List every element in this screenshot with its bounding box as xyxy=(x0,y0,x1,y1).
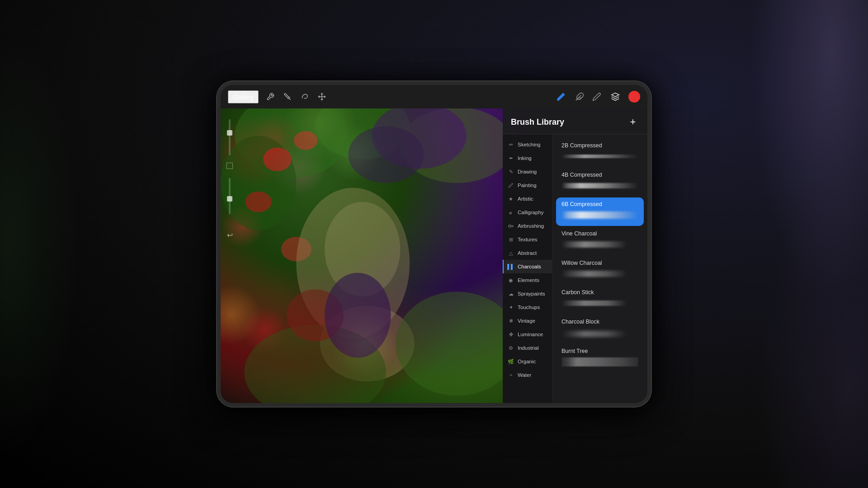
category-drawing[interactable]: ✎ Drawing xyxy=(503,165,552,178)
category-touchups[interactable]: ✦ Touchups xyxy=(503,300,552,314)
brush-6b-compressed[interactable]: 6B Compressed xyxy=(556,197,644,226)
category-industrial-label: Industrial xyxy=(518,345,539,351)
svg-point-10 xyxy=(263,148,292,171)
category-industrial[interactable]: ⚙ Industrial xyxy=(503,341,552,355)
left-panel: ↩ xyxy=(221,108,239,403)
bg-deco-right xyxy=(687,0,868,488)
brush-size-thumb[interactable] xyxy=(227,130,232,136)
brush-vine-charcoal[interactable]: Vine Charcoal xyxy=(556,227,644,255)
category-airbrushing[interactable]: Airbrushing xyxy=(503,219,552,233)
artwork-canvas[interactable] xyxy=(221,108,528,403)
brush-burnt-preview xyxy=(561,357,638,372)
brush-vine-preview xyxy=(561,239,638,252)
layers-button[interactable] xyxy=(609,91,622,103)
brush-charcoal-block[interactable]: Charcoal Block xyxy=(556,315,644,343)
brush-6b-preview xyxy=(561,210,638,222)
brush-carbon-name: Carbon Stick xyxy=(561,289,638,296)
checkbox-element[interactable] xyxy=(226,163,233,169)
category-spraypaints[interactable]: ☁ Spraypaints xyxy=(503,287,552,300)
category-inking[interactable]: ✒ Inking xyxy=(503,151,552,165)
water-icon: ≈ xyxy=(507,371,514,379)
brush-size-slider[interactable] xyxy=(229,119,231,155)
category-water[interactable]: ≈ Water xyxy=(503,368,552,382)
svg-line-2 xyxy=(290,99,291,100)
category-painting[interactable]: Painting xyxy=(503,178,552,192)
category-organic[interactable]: 🌿 Organic xyxy=(503,355,552,368)
category-drawing-label: Drawing xyxy=(518,169,537,174)
magic-icon[interactable] xyxy=(281,90,294,103)
move-icon[interactable] xyxy=(316,90,328,103)
svg-point-20 xyxy=(396,291,519,395)
add-brush-button[interactable]: + xyxy=(627,116,639,128)
brush-charcoal-block-preview xyxy=(561,327,638,340)
ipad-frame: Gallery xyxy=(217,81,651,407)
category-calligraphy[interactable]: 𝒂 Calligraphy xyxy=(503,206,552,219)
brush-carbon-preview xyxy=(561,298,638,310)
spraypaints-icon: ☁ xyxy=(507,290,514,297)
brush-library-body: ✏ Sketching ✒ Inking ✎ Drawing xyxy=(503,134,647,403)
category-inking-label: Inking xyxy=(518,155,532,161)
category-artistic-label: Artistic xyxy=(518,196,533,202)
brush-carbon-stick[interactable]: Carbon Stick xyxy=(556,286,644,314)
svg-point-22 xyxy=(325,273,391,358)
category-water-label: Water xyxy=(518,372,531,378)
undo-button[interactable]: ↩ xyxy=(223,229,236,241)
category-artistic[interactable]: ★ Artistic xyxy=(503,192,552,206)
color-picker[interactable] xyxy=(628,91,640,103)
category-sketching[interactable]: ✏ Sketching xyxy=(503,138,552,151)
category-sketching-label: Sketching xyxy=(518,142,541,147)
ipad-screen: Gallery xyxy=(221,85,647,403)
category-painting-label: Painting xyxy=(518,183,537,188)
toolbar-right xyxy=(554,90,640,103)
stroke-4b xyxy=(561,183,638,188)
category-abstract-label: Abstract xyxy=(518,250,537,256)
category-elements[interactable]: ◉ Elements xyxy=(503,273,552,287)
active-pencil-tool[interactable] xyxy=(554,90,568,103)
category-list: ✏ Sketching ✒ Inking ✎ Drawing xyxy=(503,134,552,403)
category-luminance[interactable]: ✤ Luminance xyxy=(503,328,552,341)
brush-2b-name: 2B Compressed xyxy=(561,142,638,149)
brush-2b-preview xyxy=(561,151,638,164)
luminance-icon: ✤ xyxy=(507,331,514,338)
category-vintage[interactable]: ❋ Vintage xyxy=(503,314,552,328)
inking-icon: ✒ xyxy=(507,155,514,162)
abstract-icon: △ xyxy=(507,249,514,257)
category-vintage-label: Vintage xyxy=(518,318,535,324)
svg-marker-5 xyxy=(612,93,619,97)
sketching-icon: ✏ xyxy=(507,141,514,148)
ink-pen-tool[interactable] xyxy=(574,91,585,102)
gallery-button[interactable]: Gallery xyxy=(228,90,259,103)
category-luminance-label: Luminance xyxy=(518,332,543,337)
stroke-carbon xyxy=(561,300,638,306)
brush-library-title: Brush Library xyxy=(511,117,564,127)
brush-2b-compressed[interactable]: 2B Compressed xyxy=(556,139,644,167)
brush-vine-name: Vine Charcoal xyxy=(561,230,638,237)
wrench-icon[interactable] xyxy=(264,90,277,103)
vintage-icon: ❋ xyxy=(507,317,514,324)
industrial-icon: ⚙ xyxy=(507,344,514,352)
opacity-slider[interactable] xyxy=(229,178,231,214)
category-textures[interactable]: ⊞ Textures xyxy=(503,233,552,246)
smudge-icon[interactable] xyxy=(298,90,311,103)
pencil-tool-btn[interactable] xyxy=(591,91,602,102)
stroke-charcoal-block xyxy=(561,331,638,337)
category-abstract[interactable]: △ Abstract xyxy=(503,246,552,260)
toolbar-icons xyxy=(264,90,328,103)
category-textures-label: Textures xyxy=(518,237,537,242)
category-charcoals[interactable]: ▌▌ Charcoals xyxy=(503,260,552,273)
organic-icon: 🌿 xyxy=(507,358,514,365)
airbrushing-icon xyxy=(507,222,514,230)
category-charcoals-label: Charcoals xyxy=(518,264,541,269)
opacity-thumb[interactable] xyxy=(227,196,232,202)
stroke-willow xyxy=(561,271,638,277)
category-elements-label: Elements xyxy=(518,277,539,283)
brush-burnt-name: Burnt Tree xyxy=(561,348,638,354)
brush-burnt-tree[interactable]: Burnt Tree xyxy=(556,344,644,375)
artistic-icon: ★ xyxy=(507,195,514,202)
brush-willow-charcoal[interactable]: Willow Charcoal xyxy=(556,256,644,285)
brush-willow-name: Willow Charcoal xyxy=(561,260,638,266)
brush-charcoal-block-name: Charcoal Block xyxy=(561,319,638,325)
category-touchups-label: Touchups xyxy=(518,305,540,310)
brush-4b-compressed[interactable]: 4B Compressed xyxy=(556,168,644,197)
brush-list: 2B Compressed 4B Compressed xyxy=(552,134,647,403)
